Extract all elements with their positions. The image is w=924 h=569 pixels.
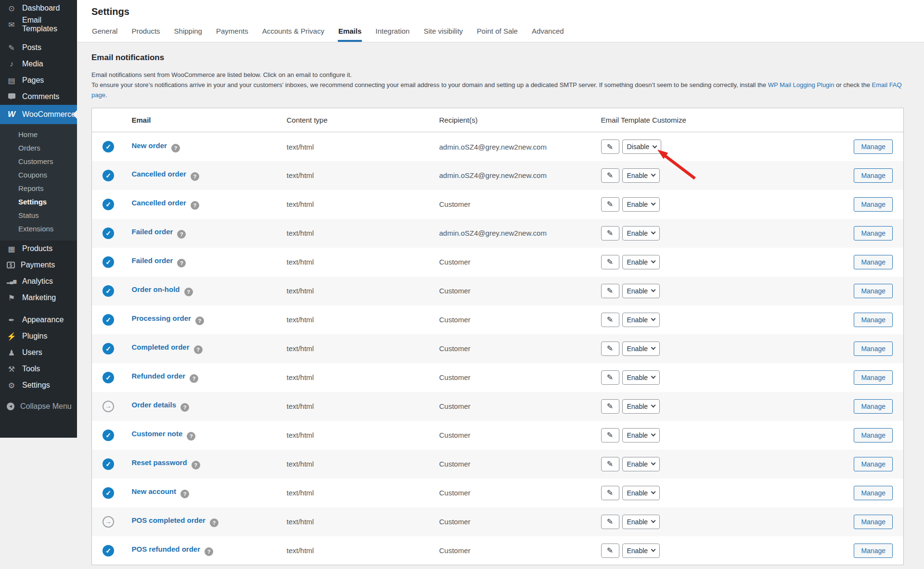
settings-tab[interactable]: Products: [131, 24, 160, 42]
email-name-link[interactable]: POS completed order: [132, 516, 205, 524]
email-name-link[interactable]: New order: [132, 141, 167, 150]
sidebar-item[interactable]: Comments: [0, 89, 77, 105]
edit-template-button[interactable]: ✎: [601, 226, 619, 240]
enable-disable-dropdown[interactable]: Enable: [622, 255, 660, 269]
sidebar-item[interactable]: ▂▄▆ Analytics: [0, 273, 77, 290]
help-icon[interactable]: ?: [171, 144, 180, 152]
enable-disable-dropdown[interactable]: Enable: [622, 284, 660, 298]
sidebar-item[interactable]: ⊙ Dashboard: [0, 0, 77, 16]
manage-button[interactable]: Manage: [854, 486, 893, 500]
enable-disable-dropdown[interactable]: Enable: [622, 226, 660, 240]
enable-disable-dropdown[interactable]: Enable: [622, 486, 660, 500]
enable-disable-dropdown[interactable]: Enable: [622, 544, 660, 558]
edit-template-button[interactable]: ✎: [601, 168, 619, 183]
email-name-link[interactable]: Order details: [132, 401, 177, 409]
woocommerce-submenu-item[interactable]: Status: [0, 209, 77, 222]
edit-template-button[interactable]: ✎: [601, 139, 619, 154]
email-name-link[interactable]: New account: [132, 487, 177, 495]
help-icon[interactable]: ?: [180, 403, 189, 412]
help-icon[interactable]: ?: [177, 230, 186, 239]
woocommerce-submenu-item[interactable]: Settings: [0, 195, 77, 209]
help-icon[interactable]: ?: [184, 288, 193, 296]
manage-button[interactable]: Manage: [854, 399, 893, 414]
help-icon[interactable]: ?: [210, 518, 218, 527]
email-name-link[interactable]: Refunded order: [132, 372, 186, 380]
edit-template-button[interactable]: ✎: [601, 486, 619, 500]
sidebar-item[interactable]: $ Payments: [0, 257, 77, 273]
sidebar-item[interactable]: ⚑ Marketing: [0, 290, 77, 306]
help-icon[interactable]: ?: [191, 201, 199, 210]
sidebar-item[interactable]: ✎ Posts: [0, 39, 77, 56]
email-name-link[interactable]: Reset password: [132, 458, 187, 467]
woocommerce-submenu-item[interactable]: Orders: [0, 141, 77, 155]
edit-template-button[interactable]: ✎: [601, 313, 619, 327]
manage-button[interactable]: Manage: [854, 544, 893, 558]
edit-template-button[interactable]: ✎: [601, 428, 619, 443]
manage-button[interactable]: Manage: [854, 370, 893, 385]
settings-tab[interactable]: General: [91, 24, 118, 42]
edit-template-button[interactable]: ✎: [601, 399, 619, 414]
email-name-link[interactable]: Completed order: [132, 343, 190, 351]
help-icon[interactable]: ?: [177, 259, 186, 267]
collapse-menu-button[interactable]: ◀ Collapse Menu: [0, 398, 77, 415]
settings-tab[interactable]: Accounts & Privacy: [262, 24, 325, 42]
edit-template-button[interactable]: ✎: [601, 370, 619, 385]
manage-button[interactable]: Manage: [854, 457, 893, 471]
manage-button[interactable]: Manage: [854, 284, 893, 298]
manage-button[interactable]: Manage: [854, 139, 893, 154]
sidebar-item[interactable]: ⚒ Tools: [0, 361, 77, 377]
sidebar-item[interactable]: ⚡ Plugins: [0, 328, 77, 344]
email-name-link[interactable]: Cancelled order: [132, 199, 186, 207]
sidebar-item[interactable]: ✉ Email Templates: [0, 16, 77, 33]
manage-button[interactable]: Manage: [854, 168, 893, 183]
manage-button[interactable]: Manage: [854, 226, 893, 240]
help-icon[interactable]: ?: [191, 172, 199, 181]
email-name-link[interactable]: Failed order: [132, 256, 173, 265]
settings-tab[interactable]: Payments: [216, 24, 249, 42]
sidebar-item[interactable]: ▦ Products: [0, 240, 77, 257]
settings-tab[interactable]: Advanced: [531, 24, 565, 42]
enable-disable-dropdown[interactable]: Enable: [622, 341, 660, 356]
enable-disable-dropdown[interactable]: Enable: [622, 428, 660, 443]
help-icon[interactable]: ?: [192, 461, 200, 469]
enable-disable-dropdown[interactable]: Disable: [622, 139, 662, 154]
settings-tab[interactable]: Site visibility: [423, 24, 463, 42]
woocommerce-submenu-item[interactable]: Coupons: [0, 168, 77, 182]
enable-disable-dropdown[interactable]: Enable: [622, 399, 660, 414]
woocommerce-submenu-item[interactable]: Reports: [0, 182, 77, 195]
enable-disable-dropdown[interactable]: Enable: [622, 370, 660, 385]
manage-button[interactable]: Manage: [854, 428, 893, 443]
email-name-link[interactable]: Order on-hold: [132, 285, 180, 293]
help-icon[interactable]: ?: [205, 547, 213, 556]
sidebar-item[interactable]: ▤ Pages: [0, 72, 77, 89]
sidebar-item[interactable]: ♟ Users: [0, 344, 77, 361]
email-name-link[interactable]: Customer note: [132, 430, 183, 438]
edit-template-button[interactable]: ✎: [601, 341, 619, 356]
sidebar-item[interactable]: ⚙ Settings: [0, 377, 77, 393]
help-icon[interactable]: ?: [195, 316, 204, 325]
woocommerce-submenu-item[interactable]: Customers: [0, 155, 77, 168]
woocommerce-submenu-item[interactable]: Extensions: [0, 222, 77, 236]
sidebar-item[interactable]: ✒ Appearance: [0, 312, 77, 328]
manage-button[interactable]: Manage: [854, 341, 893, 356]
help-icon[interactable]: ?: [194, 345, 203, 354]
help-icon[interactable]: ?: [180, 490, 189, 498]
manage-button[interactable]: Manage: [854, 255, 893, 269]
edit-template-button[interactable]: ✎: [601, 284, 619, 298]
enable-disable-dropdown[interactable]: Enable: [622, 197, 660, 212]
woocommerce-submenu-item[interactable]: Home: [0, 128, 77, 141]
sidebar-item[interactable]: ♪ Media: [0, 56, 77, 72]
email-name-link[interactable]: Failed order: [132, 228, 173, 236]
edit-template-button[interactable]: ✎: [601, 197, 619, 212]
manage-button[interactable]: Manage: [854, 313, 893, 327]
sidebar-item-woocommerce[interactable]: W WooCommerce: [0, 105, 77, 124]
enable-disable-dropdown[interactable]: Enable: [622, 457, 660, 471]
manage-button[interactable]: Manage: [854, 197, 893, 212]
edit-template-button[interactable]: ✎: [601, 457, 619, 471]
edit-template-button[interactable]: ✎: [601, 255, 619, 269]
enable-disable-dropdown[interactable]: Enable: [622, 168, 660, 183]
enable-disable-dropdown[interactable]: Enable: [622, 515, 660, 529]
edit-template-button[interactable]: ✎: [601, 515, 619, 529]
edit-template-button[interactable]: ✎: [601, 544, 619, 558]
email-name-link[interactable]: POS refunded order: [132, 545, 201, 553]
